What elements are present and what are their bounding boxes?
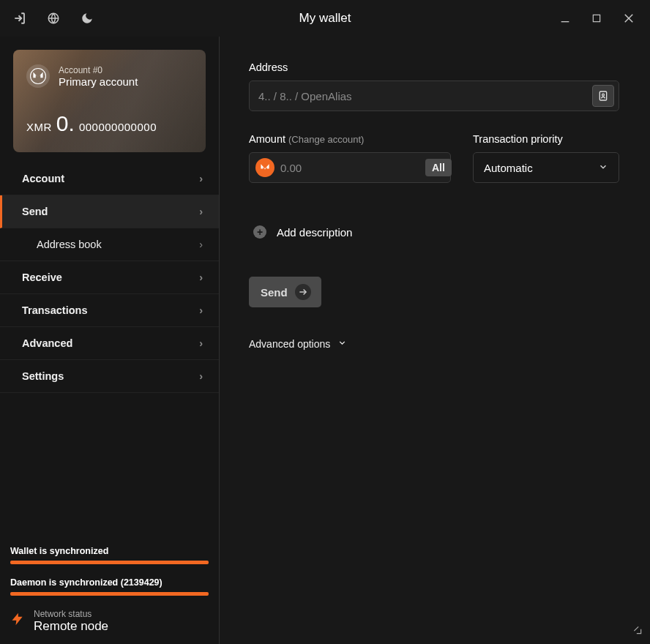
amount-all-button[interactable]: All [425,159,452,176]
globe-icon[interactable] [47,12,60,25]
nav-label: Account [22,173,64,184]
chevron-right-icon: › [199,370,203,382]
balance-currency: XMR [26,121,52,133]
priority-label: Transaction priority [473,133,619,145]
account-name: Primary account [59,75,138,88]
svg-point-7 [602,94,605,96]
logout-icon[interactable] [13,12,26,25]
network-status[interactable]: Network status Remote node [10,609,209,634]
balance-integer: 0. [56,111,75,136]
balance-decimals: 000000000000 [79,121,157,133]
nav-settings[interactable]: Settings › [0,360,219,393]
priority-value: Automatic [484,162,533,174]
send-button[interactable]: Send [249,277,321,307]
add-description-label: Add description [277,226,352,239]
titlebar: My wallet [0,0,650,37]
nav-label: Transactions [22,304,87,316]
bolt-icon [10,609,25,634]
nav-account[interactable]: Account › [0,162,219,195]
xmr-icon [255,158,274,177]
nav-receive[interactable]: Receive › [0,261,219,294]
chevron-right-icon: › [199,173,203,184]
amount-input[interactable] [280,162,419,174]
address-input[interactable] [258,90,586,102]
chevron-right-icon: › [199,272,203,283]
plus-icon: + [253,225,266,239]
nav-transactions[interactable]: Transactions › [0,294,219,327]
wallet-sync-progress [10,561,209,564]
address-label: Address [249,61,619,73]
nav-label: Settings [22,370,64,382]
sidebar-footer: Wallet is synchronized Daemon is synchro… [0,546,219,644]
balance: XMR 0. 000000000000 [26,111,193,136]
nav-send[interactable]: Send › [0,195,219,228]
add-description-button[interactable]: + Add description [253,225,621,239]
nav-address-book[interactable]: Address book › [0,228,219,261]
advanced-options-toggle[interactable]: Advanced options [249,338,621,350]
monero-logo-icon [26,64,50,88]
arrow-right-icon [295,284,311,300]
chevron-right-icon: › [199,304,203,316]
nav: Account › Send › Address book › Receive … [0,162,219,393]
resize-handle-icon[interactable] [632,625,643,638]
change-account-link[interactable]: (Change account) [288,134,364,145]
svg-point-5 [31,69,46,84]
network-value: Remote node [34,619,108,634]
minimize-icon[interactable] [559,12,571,24]
content: Address Amount (Change account) [220,37,650,644]
priority-select[interactable]: Automatic [473,152,619,183]
daemon-sync-progress [10,592,209,596]
nav-label: Address book [37,239,102,250]
wallet-sync-label: Wallet is synchronized [10,546,209,556]
amount-label: Amount (Change account) [249,133,451,145]
chevron-right-icon: › [199,239,203,250]
close-icon[interactable] [622,12,635,25]
dark-mode-icon[interactable] [81,12,94,25]
daemon-sync-label: Daemon is synchronized (2139429) [10,577,209,588]
account-card[interactable]: Account #0 Primary account XMR 0. 000000… [13,50,206,152]
sidebar: Account #0 Primary account XMR 0. 000000… [0,37,220,644]
amount-label-text: Amount [249,133,285,145]
chevron-right-icon: › [199,206,203,217]
svg-rect-2 [593,15,599,21]
nav-label: Advanced [22,337,72,349]
address-book-button[interactable] [592,85,614,107]
nav-advanced[interactable]: Advanced › [0,327,219,360]
network-title: Network status [34,609,108,619]
chevron-right-icon: › [199,337,203,349]
window-title: My wallet [299,11,351,26]
advanced-options-label: Advanced options [249,338,330,350]
amount-input-wrap: All [249,152,451,183]
chevron-down-icon [598,162,608,174]
nav-label: Send [22,206,48,217]
nav-label: Receive [22,272,62,283]
send-button-label: Send [261,286,288,299]
address-input-wrap [249,80,619,111]
chevron-down-icon [337,338,347,350]
account-id: Account #0 [59,65,138,75]
maximize-icon[interactable] [591,13,602,23]
